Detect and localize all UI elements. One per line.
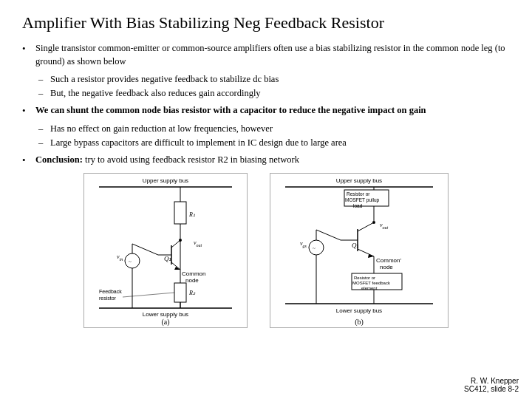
svg-text:Common': Common' <box>376 257 401 264</box>
svg-rect-3 <box>174 202 186 224</box>
sub-bullet-1-1: – Such a resistor provides negative feed… <box>38 72 510 86</box>
svg-text:R₁: R₁ <box>188 211 195 218</box>
sub-bullets-2: – Has no effect on gain reduction at low… <box>38 122 510 149</box>
svg-text:vin: vin <box>117 253 123 262</box>
diagram-b: Upper supply bus Resistor or MOSFET pull… <box>270 173 449 328</box>
svg-text:vgs: vgs <box>300 240 307 248</box>
svg-line-61 <box>316 230 341 240</box>
sub-bullet-2-2: – Large bypass capacitors are difficult … <box>38 136 510 149</box>
svg-text:Q₁: Q₁ <box>164 255 172 262</box>
bullet-text-3: Conclusion: try to avoid using feedback … <box>35 153 510 166</box>
bullet-dot-1: • <box>22 41 35 56</box>
bullet-1: • Single transistor common-emitter or co… <box>22 41 510 68</box>
sub-bullet-text-2-2: Large bypass capacitors are difficult to… <box>50 136 347 149</box>
bullet-text-2: We can shunt the common node bias resist… <box>35 103 510 117</box>
slide-title: Amplifier With Bias Stabilizing Neg Feed… <box>22 13 510 33</box>
bullet-3: • Conclusion: try to avoid using feedbac… <box>22 153 510 168</box>
sub-bullet-text-2-1: Has no effect on gain reduction at low f… <box>50 122 273 135</box>
svg-text:Q₁: Q₁ <box>352 242 360 249</box>
sub-bullet-1-2: – But, the negative feedback also reduce… <box>38 86 510 100</box>
svg-text:MOSFET feedback: MOSFET feedback <box>352 281 391 285</box>
svg-text:Feedback: Feedback <box>99 289 122 294</box>
svg-text:Lower supply bus: Lower supply bus <box>336 307 382 314</box>
circuit-diagram-b: Upper supply bus Resistor or MOSFET pull… <box>270 174 448 318</box>
svg-line-12 <box>171 240 180 248</box>
content-area: • Single transistor common-emitter or co… <box>22 41 510 167</box>
bullet-dot-3: • <box>22 153 35 168</box>
svg-line-46 <box>358 222 374 231</box>
svg-text:element: element <box>361 286 378 290</box>
bullet-2: • We can shunt the common node bias resi… <box>22 103 510 118</box>
diagram-a: Upper supply bus R₁ vout Q₁ <box>83 173 248 328</box>
svg-point-24 <box>125 253 140 268</box>
slide: Amplifier With Bias Stabilizing Neg Feed… <box>0 0 532 399</box>
svg-line-23 <box>123 293 174 297</box>
svg-line-47 <box>358 249 374 256</box>
svg-text:resistor: resistor <box>99 296 117 301</box>
circuit-diagram-a: Upper supply bus R₁ vout Q₁ <box>84 174 247 318</box>
svg-text:Upper supply bus: Upper supply bus <box>336 177 382 184</box>
sub-bullets-1: – Such a resistor provides negative feed… <box>38 72 510 100</box>
svg-point-57 <box>309 240 324 255</box>
svg-text:Upper supply bus: Upper supply bus <box>143 177 188 184</box>
svg-text:~: ~ <box>129 259 132 265</box>
svg-text:vout: vout <box>380 222 389 230</box>
footer-author: R. W. Knepper <box>464 377 519 385</box>
diagrams-container: Upper supply bus R₁ vout Q₁ <box>22 173 510 328</box>
bullet-dot-2: • <box>22 103 35 118</box>
footer-slide-ref: SC412, slide 8-2 <box>464 385 519 393</box>
footer: R. W. Knepper SC412, slide 8-2 <box>464 377 519 393</box>
diagram-a-label: (a) <box>84 318 247 327</box>
svg-text:load: load <box>353 203 363 208</box>
diagram-b-label: (b) <box>270 318 448 327</box>
sub-bullet-2-1: – Has no effect on gain reduction at low… <box>38 122 510 135</box>
bullet-text-1: Single transistor common-emitter or comm… <box>35 41 510 68</box>
svg-text:MOSFET pullup: MOSFET pullup <box>345 197 380 203</box>
svg-text:node: node <box>380 264 393 270</box>
svg-text:Lower supply bus: Lower supply bus <box>143 311 188 318</box>
svg-text:Common: Common <box>182 270 205 277</box>
sub-bullet-text-1-1: Such a resistor provides negative feedba… <box>50 72 279 86</box>
svg-text:Resistor or: Resistor or <box>347 191 370 197</box>
svg-line-28 <box>132 244 158 255</box>
svg-text:vout: vout <box>194 239 202 248</box>
svg-rect-18 <box>174 283 186 302</box>
svg-text:R₂: R₂ <box>188 290 196 296</box>
svg-text:~: ~ <box>313 245 316 251</box>
svg-text:node: node <box>185 277 199 284</box>
svg-text:Resistor or: Resistor or <box>354 276 375 280</box>
sub-bullet-text-1-2: But, the negative feedback also reduces … <box>50 86 261 100</box>
